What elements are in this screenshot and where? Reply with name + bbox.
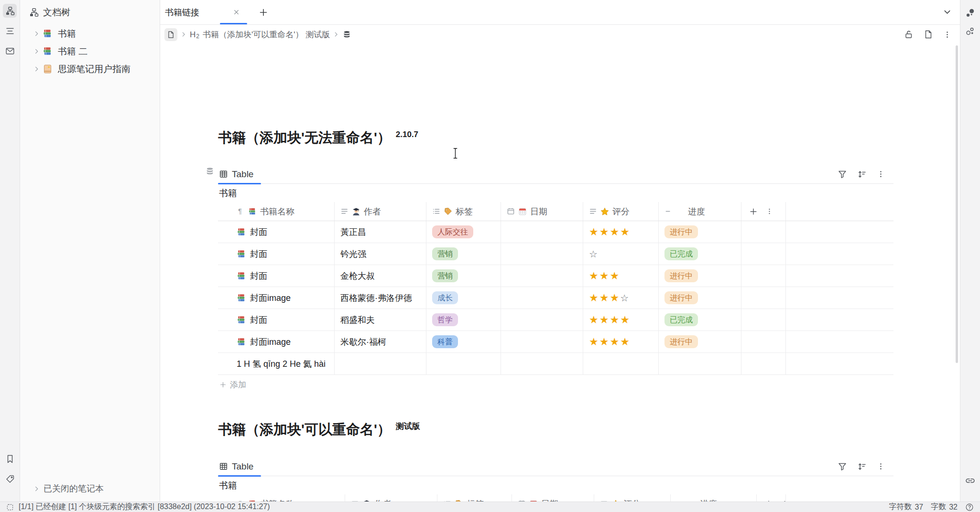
cell-rating[interactable]: ★★★ — [583, 265, 659, 287]
database-block-icon[interactable] — [205, 167, 215, 176]
tree-item[interactable]: 书籍 — [20, 25, 160, 43]
table-row[interactable]: 封面稻盛和夫哲学★★★★已完成 — [218, 309, 893, 331]
cell-rating[interactable] — [583, 353, 659, 374]
tab-close-icon[interactable] — [232, 8, 240, 16]
filter-icon[interactable] — [838, 462, 847, 471]
cell-author[interactable]: 黃正昌 — [335, 221, 426, 243]
column-header-日期[interactable]: 日期 — [501, 202, 583, 221]
cell-tag[interactable]: 成长 — [426, 287, 501, 309]
column-header-进度[interactable]: 进度 — [659, 202, 741, 221]
cell-extra[interactable] — [741, 331, 786, 352]
tree-item[interactable]: 书籍 二 — [20, 43, 160, 60]
table-row[interactable]: 封面金枪大叔营销★★★进行中 — [218, 265, 893, 287]
cell-rating[interactable]: ★★★★ — [583, 221, 659, 243]
column-header-作者[interactable]: 作者 — [345, 494, 437, 501]
table-row[interactable]: 封面钤光强营销☆已完成 — [218, 243, 893, 265]
doc-properties-icon[interactable] — [924, 30, 933, 39]
cell-book-name[interactable]: 封面 — [218, 309, 335, 331]
column-header-作者[interactable]: 作者 — [335, 202, 426, 221]
column-header-标签[interactable]: 标签 — [426, 202, 501, 221]
table-row[interactable]: 封面黃正昌人际交往★★★★进行中 — [218, 221, 893, 243]
cell-progress[interactable]: 进行中 — [659, 331, 741, 352]
cell-tag[interactable]: 科普 — [426, 331, 501, 352]
cell-extra[interactable] — [741, 221, 786, 243]
cell-author[interactable]: 稻盛和夫 — [335, 309, 426, 331]
database-icon[interactable] — [342, 30, 351, 39]
cell-tag[interactable]: 营销 — [426, 243, 501, 265]
table-row[interactable]: 封面image西格蒙德·弗洛伊德成长★★★☆进行中 — [218, 287, 893, 309]
cell-tag[interactable]: 人际交往 — [426, 221, 501, 243]
sort-icon[interactable] — [857, 170, 867, 179]
cell-progress[interactable]: 已完成 — [659, 309, 741, 331]
dock-graph-button[interactable] — [963, 6, 977, 20]
dock-bookmark-button[interactable] — [3, 452, 17, 466]
cell-rating[interactable]: ★★★★ — [583, 309, 659, 331]
column-header-书籍名称[interactable]: ¶书籍名称 — [218, 202, 335, 221]
new-tab-button[interactable] — [259, 8, 268, 17]
cell-book-name[interactable]: 封面image — [218, 331, 335, 352]
unlock-icon[interactable] — [904, 30, 914, 39]
cell-date[interactable] — [501, 331, 583, 352]
cell-date[interactable] — [501, 243, 583, 265]
dock-tag-button[interactable] — [3, 472, 17, 486]
breadcrumb-heading-item[interactable]: H2 书籍（添加块'可以重命名'） 测试版 — [190, 29, 330, 40]
document-tab[interactable]: 书籍链接 — [161, 0, 245, 24]
breadcrumb-document-button[interactable] — [164, 28, 177, 41]
cell-progress[interactable]: 进行中 — [659, 287, 741, 309]
cell-tag[interactable] — [426, 353, 501, 374]
cell-author[interactable] — [335, 353, 426, 374]
tree-item[interactable]: 思源笔记用户指南 — [20, 60, 160, 78]
tab-menu-chevron-down-icon[interactable] — [943, 8, 952, 17]
column-menu-icon[interactable] — [766, 208, 773, 215]
database-more-icon[interactable] — [877, 462, 885, 470]
cell-extra[interactable] — [741, 353, 786, 374]
column-header-书籍名称[interactable]: ¶书籍名称 — [218, 494, 345, 501]
cell-tag[interactable]: 哲学 — [426, 309, 501, 331]
cell-author[interactable]: 米歇尔·福柯 — [335, 331, 426, 352]
add-column-icon[interactable] — [749, 207, 758, 216]
dock-global-graph-button[interactable] — [963, 24, 977, 38]
cell-rating[interactable]: ☆ — [583, 243, 659, 265]
vertical-scrollbar[interactable] — [956, 45, 958, 363]
cell-date[interactable] — [501, 353, 583, 374]
view-tab-table[interactable]: Table — [218, 165, 254, 183]
cell-tag[interactable]: 营销 — [426, 265, 501, 287]
cell-date[interactable] — [501, 221, 583, 243]
cell-progress[interactable] — [659, 353, 741, 374]
cell-rating[interactable]: ★★★☆ — [583, 287, 659, 309]
cell-author[interactable]: 钤光强 — [335, 243, 426, 265]
cell-date[interactable] — [501, 309, 583, 331]
cell-rating[interactable]: ★★★★ — [583, 331, 659, 352]
database-title[interactable]: 书籍 — [218, 184, 893, 202]
cell-date[interactable] — [501, 265, 583, 287]
cell-progress[interactable]: 已完成 — [659, 243, 741, 265]
cell-book-name[interactable]: 1 H 氢 qīng 2 He 氦 hài — [218, 353, 335, 374]
column-header-标签[interactable]: 标签 — [437, 494, 512, 501]
add-column-icon[interactable] — [764, 500, 773, 502]
more-menu-icon[interactable] — [943, 31, 951, 39]
database-title[interactable]: 书籍 — [218, 476, 893, 494]
dock-backlinks-button[interactable] — [963, 474, 977, 488]
column-header-评分[interactable]: 评分 — [594, 494, 671, 501]
dock-outline-button[interactable] — [3, 24, 17, 38]
cell-book-name[interactable]: 封面 — [218, 265, 335, 287]
cell-date[interactable] — [501, 287, 583, 309]
table-row[interactable]: 1 H 氢 qīng 2 He 氦 hài — [218, 353, 893, 375]
sort-icon[interactable] — [857, 462, 867, 471]
database-more-icon[interactable] — [877, 170, 885, 178]
add-row-button[interactable]: 添加 — [218, 375, 893, 394]
column-header-评分[interactable]: 评分 — [583, 202, 659, 221]
cell-extra[interactable] — [741, 309, 786, 331]
column-menu-icon[interactable] — [781, 500, 788, 501]
table-row[interactable]: 封面image米歇尔·福柯科普★★★★进行中 — [218, 331, 893, 353]
cell-book-name[interactable]: 封面 — [218, 221, 335, 243]
dock-file-tree-button[interactable] — [3, 4, 17, 18]
cell-extra[interactable] — [741, 287, 786, 309]
filter-icon[interactable] — [838, 170, 847, 179]
cell-extra[interactable] — [741, 265, 786, 287]
column-header-进度[interactable]: 进度 — [671, 494, 757, 501]
cell-book-name[interactable]: 封面image — [218, 287, 335, 309]
cell-book-name[interactable]: 封面 — [218, 243, 335, 265]
help-icon[interactable] — [965, 503, 974, 512]
view-tab-table[interactable]: Table — [218, 457, 254, 476]
